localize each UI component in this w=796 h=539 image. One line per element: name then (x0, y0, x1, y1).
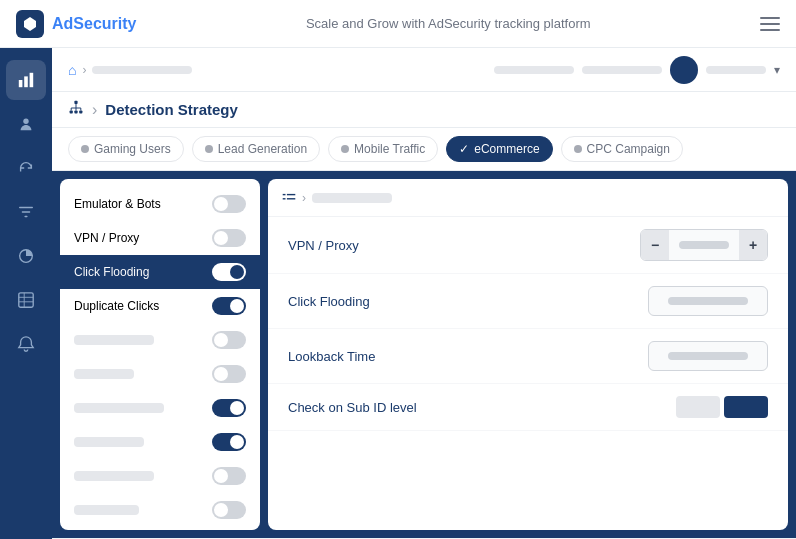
sidebar-nav (0, 48, 52, 539)
svg-rect-18 (283, 194, 286, 195)
navbar-right (760, 17, 780, 31)
lookback-control[interactable] (648, 341, 768, 371)
tab-ecommerce[interactable]: ✓ eCommerce (446, 136, 552, 162)
panel-item-8[interactable] (60, 425, 260, 459)
right-panel-sep: › (302, 191, 306, 205)
panel-label-duplicate: Duplicate Clicks (74, 299, 159, 313)
nav-item-table[interactable] (6, 280, 46, 320)
nav-item-filter[interactable] (6, 192, 46, 232)
panel-label-vpn: VPN / Proxy (74, 231, 139, 245)
panel-item-9[interactable] (60, 459, 260, 493)
tab-label-gaming: Gaming Users (94, 142, 171, 156)
right-panel-icon (282, 189, 296, 206)
panel-label-emulator: Emulator & Bots (74, 197, 161, 211)
settings-label-click-flooding: Click Flooding (288, 294, 370, 309)
navbar-left: AdSecurity (16, 10, 136, 38)
svg-rect-2 (30, 73, 34, 87)
toggle-7[interactable] (212, 399, 246, 417)
right-panel-title-area (312, 193, 392, 203)
hamburger-icon[interactable] (760, 17, 780, 31)
stepper-vpn[interactable]: − + (640, 229, 768, 261)
navbar-tagline: Scale and Grow with AdSecurity tracking … (306, 16, 591, 31)
placeholder-10 (74, 505, 139, 515)
placeholder-5 (74, 335, 154, 345)
panel-item-vpn[interactable]: VPN / Proxy (60, 221, 260, 255)
panel-item-duplicate[interactable]: Duplicate Clicks (60, 289, 260, 323)
svg-rect-20 (283, 198, 286, 199)
nav-item-refresh[interactable] (6, 148, 46, 188)
tab-dot-gaming (81, 145, 89, 153)
nav-item-dashboard[interactable] (6, 60, 46, 100)
page-title: Detection Strategy (105, 101, 238, 118)
topbar: ⌂ › ▾ (52, 48, 796, 92)
toggle-6[interactable] (212, 365, 246, 383)
tab-dot-mobile (341, 145, 349, 153)
panel-label-click-flooding: Click Flooding (74, 265, 149, 279)
panel-item-click-flooding[interactable]: Click Flooding (60, 255, 260, 289)
toggle-10[interactable] (212, 501, 246, 519)
settings-label-lookback: Lookback Time (288, 349, 375, 364)
toggle-emulator[interactable] (212, 195, 246, 213)
settings-row-vpn: VPN / Proxy − + (268, 217, 788, 274)
left-panel: Emulator & Bots VPN / Proxy Click Floodi… (60, 179, 260, 530)
placeholder-8 (74, 437, 144, 447)
stepper-value (669, 230, 739, 260)
selector-bar (668, 297, 748, 305)
toggle-click-flooding[interactable] (212, 263, 246, 281)
toggle-5[interactable] (212, 331, 246, 349)
panel-item-6[interactable] (60, 357, 260, 391)
toggle-vpn[interactable] (212, 229, 246, 247)
placeholder-7 (74, 403, 164, 413)
breadcrumb: ⌂ › (68, 62, 192, 78)
content-area: Emulator & Bots VPN / Proxy Click Floodi… (52, 171, 796, 538)
toggle-8[interactable] (212, 433, 246, 451)
panel-item-7[interactable] (60, 391, 260, 425)
logo-text: AdSecurity (52, 15, 136, 33)
placeholder-9 (74, 471, 154, 481)
breadcrumb-sep2: › (92, 101, 97, 119)
tab-label-cpc: CPC Campaign (587, 142, 670, 156)
stepper-minus[interactable]: − (641, 230, 669, 260)
dropdown-icon[interactable]: ▾ (774, 63, 780, 77)
settings-label-vpn: VPN / Proxy (288, 238, 359, 253)
page-header: › Detection Strategy (52, 92, 796, 128)
avatar (670, 56, 698, 84)
sub-id-toggle[interactable] (676, 396, 768, 418)
hierarchy-icon (68, 100, 84, 119)
tab-lead[interactable]: Lead Generation (192, 136, 320, 162)
settings-label-sub-id: Check on Sub ID level (288, 400, 417, 415)
topbar-bar-1 (494, 66, 574, 74)
user-name-bar (706, 66, 766, 74)
selector-click-flooding[interactable] (648, 286, 768, 316)
svg-rect-5 (19, 293, 33, 307)
nav-item-users[interactable] (6, 104, 46, 144)
tab-label-mobile: Mobile Traffic (354, 142, 425, 156)
tab-check-ecommerce: ✓ (459, 142, 469, 156)
sub-toggle-on[interactable] (724, 396, 768, 418)
stepper-plus[interactable]: + (739, 230, 767, 260)
placeholder-6 (74, 369, 134, 379)
breadcrumb-sep: › (82, 63, 86, 77)
panel-item-emulator[interactable]: Emulator & Bots (60, 187, 260, 221)
topbar-right: ▾ (494, 56, 780, 84)
sub-toggle-off[interactable] (676, 396, 720, 418)
tab-gaming[interactable]: Gaming Users (68, 136, 184, 162)
nav-item-bell[interactable] (6, 324, 46, 364)
topbar-bar-2 (582, 66, 662, 74)
svg-rect-19 (287, 194, 295, 195)
settings-row-lookback: Lookback Time (268, 329, 788, 384)
tab-mobile[interactable]: Mobile Traffic (328, 136, 438, 162)
panel-item-5[interactable] (60, 323, 260, 357)
nav-item-pie[interactable] (6, 236, 46, 276)
tab-cpc[interactable]: CPC Campaign (561, 136, 683, 162)
layout: ⌂ › ▾ › Detection Strategy (0, 48, 796, 539)
settings-row-sub-id: Check on Sub ID level (268, 384, 788, 431)
svg-rect-12 (79, 110, 82, 113)
panel-item-10[interactable] (60, 493, 260, 527)
svg-rect-1 (24, 76, 28, 87)
svg-rect-10 (70, 110, 73, 113)
svg-point-3 (23, 119, 28, 124)
home-icon[interactable]: ⌂ (68, 62, 76, 78)
toggle-duplicate[interactable] (212, 297, 246, 315)
toggle-9[interactable] (212, 467, 246, 485)
